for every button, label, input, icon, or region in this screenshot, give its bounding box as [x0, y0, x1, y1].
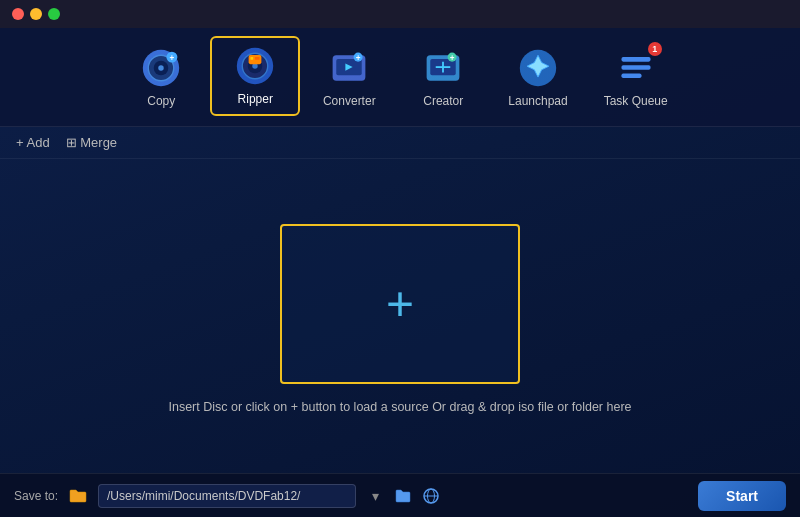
- merge-button[interactable]: ⊞ Merge: [66, 135, 117, 150]
- converter-label: Converter: [323, 94, 376, 108]
- copy-icon: +: [139, 46, 183, 90]
- nav-item-converter[interactable]: + Converter: [304, 40, 394, 116]
- drop-zone[interactable]: +: [280, 224, 520, 384]
- dropdown-arrow[interactable]: ▾: [364, 485, 386, 507]
- nav-bar: + Copy: [0, 28, 800, 127]
- svg-point-3: [159, 65, 164, 70]
- nav-item-task-queue[interactable]: 1 Task Queue: [588, 40, 684, 116]
- svg-rect-27: [621, 73, 641, 78]
- creator-icon: +: [421, 46, 465, 90]
- plus-icon: +: [386, 280, 414, 328]
- toolbar: + Add ⊞ Merge: [0, 127, 800, 159]
- nav-item-copy[interactable]: + Copy: [116, 40, 206, 116]
- launchpad-icon: [516, 46, 560, 90]
- drop-instruction: Insert Disc or click on + button to load…: [168, 400, 631, 414]
- folder-icon[interactable]: [66, 484, 90, 508]
- maximize-button[interactable]: [48, 8, 60, 20]
- converter-icon: +: [327, 46, 371, 90]
- ripper-label: Ripper: [238, 92, 273, 106]
- browse-folder-icon[interactable]: [392, 485, 414, 507]
- globe-icon[interactable]: [420, 485, 442, 507]
- svg-text:+: +: [450, 54, 455, 63]
- nav-item-creator[interactable]: + Creator: [398, 40, 488, 116]
- task-queue-badge: 1: [648, 42, 662, 56]
- title-bar: [0, 0, 800, 28]
- svg-rect-11: [251, 57, 254, 60]
- save-to-label: Save to:: [14, 489, 58, 503]
- close-button[interactable]: [12, 8, 24, 20]
- ripper-icon: [233, 44, 277, 88]
- minimize-button[interactable]: [30, 8, 42, 20]
- svg-rect-10: [249, 55, 262, 64]
- copy-label: Copy: [147, 94, 175, 108]
- nav-item-ripper[interactable]: Ripper: [210, 36, 300, 116]
- launchpad-label: Launchpad: [508, 94, 567, 108]
- task-queue-label: Task Queue: [604, 94, 668, 108]
- svg-rect-12: [255, 57, 260, 60]
- bottom-bar: Save to: ▾ Start: [0, 473, 800, 517]
- path-actions: ▾: [364, 485, 442, 507]
- svg-text:+: +: [170, 54, 175, 63]
- nav-item-launchpad[interactable]: Launchpad: [492, 40, 583, 116]
- task-queue-icon: 1: [614, 46, 658, 90]
- path-input[interactable]: [98, 484, 356, 508]
- add-button[interactable]: + Add: [16, 135, 50, 150]
- creator-label: Creator: [423, 94, 463, 108]
- main-content: + Insert Disc or click on + button to lo…: [0, 159, 800, 478]
- traffic-lights: [12, 8, 60, 20]
- svg-rect-26: [621, 65, 650, 70]
- svg-text:+: +: [356, 54, 361, 63]
- svg-rect-25: [621, 57, 650, 62]
- start-button[interactable]: Start: [698, 481, 786, 511]
